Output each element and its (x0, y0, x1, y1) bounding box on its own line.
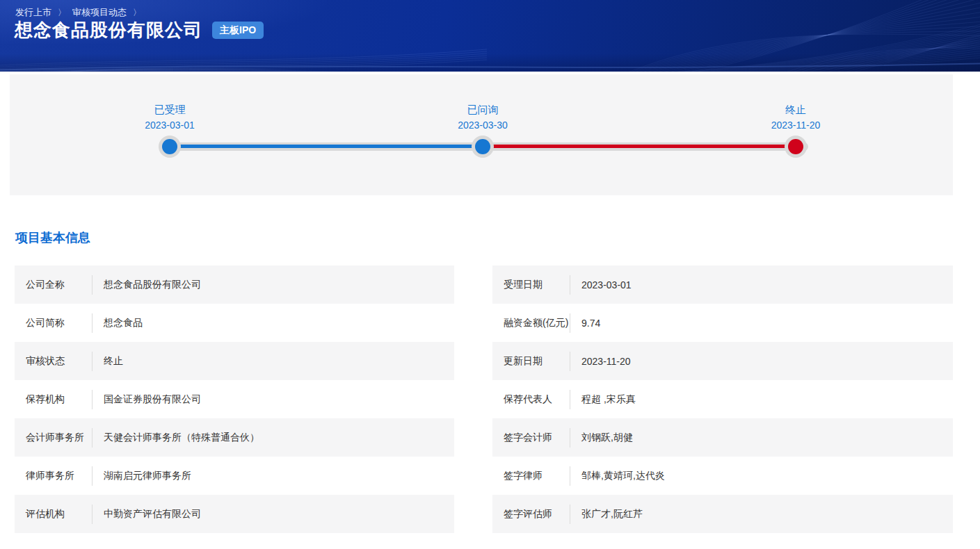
milestone-dot-terminated (788, 139, 803, 154)
info-row: 受理日期 2023-03-01 (492, 265, 953, 304)
info-row-value: 2023-03-01 (581, 279, 632, 290)
info-row-label: 签字会计师 (504, 432, 570, 444)
info-row-value: 邹棒,黄靖珂,达代炎 (581, 470, 665, 482)
divider (570, 466, 570, 486)
info-row-label: 审核状态 (26, 355, 92, 368)
breadcrumb: 发行上市 〉 审核项目动态 〉 (15, 6, 147, 19)
info-row-value: 天健会计师事务所（特殊普通合伙） (104, 432, 259, 444)
info-row-label: 会计师事务所 (26, 432, 92, 444)
info-row: 公司简称 想念食品 (15, 304, 454, 342)
divider (92, 313, 93, 333)
info-row-value: 2023-11-20 (581, 356, 631, 367)
milestone-label: 终止 (744, 104, 848, 117)
info-row-label: 保荐代表人 (504, 393, 570, 406)
info-row-label: 签字评估师 (504, 508, 570, 521)
divider (92, 466, 93, 486)
info-row-value: 国金证券股份有限公司 (104, 393, 201, 406)
milestone-label: 已受理 (118, 104, 222, 117)
divider (570, 428, 570, 448)
info-row: 签字律师 邹棒,黄靖珂,达代炎 (492, 457, 953, 495)
info-row-value: 张广才,阮红芹 (581, 508, 643, 521)
info-row-value: 想念食品股份有限公司 (104, 279, 201, 291)
info-row-value: 湖南启元律师事务所 (104, 470, 191, 482)
milestone-terminated: 终止 2023-11-20 (744, 104, 848, 131)
info-row-value: 中勤资产评估有限公司 (104, 508, 201, 521)
info-row: 融资金额(亿元) 9.74 (492, 304, 953, 342)
info-row: 律师事务所 湖南启元律师事务所 (15, 457, 454, 495)
timeline-segment-inquired-to-terminated (483, 145, 796, 148)
divider (92, 352, 93, 371)
info-row: 更新日期 2023-11-20 (492, 342, 953, 380)
section-title: 项目基本信息 (15, 229, 980, 246)
milestone-inquired: 已问询 2023-03-30 (431, 104, 535, 131)
divider (92, 390, 93, 409)
info-row: 签字会计师 刘钢跃,胡健 (492, 418, 953, 457)
breadcrumb-link-audit-dynamics[interactable]: 审核项目动态 (72, 6, 127, 19)
title-row: 想念食品股份有限公司 主板IPO (15, 20, 264, 40)
milestone-dot-accepted (162, 139, 177, 154)
milestone-accepted: 已受理 2023-03-01 (118, 104, 222, 131)
info-row-label: 保荐机构 (26, 393, 92, 406)
info-row-label: 更新日期 (504, 355, 570, 368)
info-column-right: 受理日期 2023-03-01 融资金额(亿元) 9.74 更新日期 2023-… (492, 265, 953, 533)
divider (92, 505, 93, 524)
divider (92, 275, 93, 295)
info-row: 评估机构 中勤资产评估有限公司 (15, 495, 454, 533)
milestone-dot-inquired (475, 139, 490, 154)
info-row-value: 刘钢跃,胡健 (581, 432, 633, 444)
project-info-table: 公司全称 想念食品股份有限公司 公司简称 想念食品 审核状态 终止 保荐机构 国… (15, 265, 980, 533)
milestone-date: 2023-03-01 (118, 120, 222, 131)
divider (570, 313, 570, 333)
timeline-segment-accepted-to-inquired (170, 145, 483, 148)
divider (570, 275, 570, 295)
info-row: 会计师事务所 天健会计师事务所（特殊普通合伙） (15, 418, 454, 457)
page-header: 发行上市 〉 审核项目动态 〉 想念食品股份有限公司 主板IPO (0, 0, 980, 72)
info-row-label: 公司简称 (26, 317, 92, 329)
info-row-label: 评估机构 (26, 508, 92, 521)
info-row: 保荐代表人 程超 ,宋乐真 (492, 380, 953, 418)
chevron-right-icon: 〉 (58, 7, 66, 19)
info-row: 签字评估师 张广才,阮红芹 (492, 495, 953, 533)
divider (92, 428, 93, 448)
info-row-label: 融资金额(亿元) (504, 317, 570, 329)
board-type-badge: 主板IPO (212, 22, 264, 39)
info-row-value: 程超 ,宋乐真 (581, 393, 636, 406)
info-row-value: 终止 (104, 355, 123, 368)
page-title: 想念食品股份有限公司 (15, 20, 202, 40)
milestone-date: 2023-11-20 (744, 120, 848, 131)
info-row-value: 9.74 (581, 318, 600, 329)
breadcrumb-link-issuance[interactable]: 发行上市 (15, 6, 51, 19)
milestone-label: 已问询 (431, 104, 535, 117)
info-column-left: 公司全称 想念食品股份有限公司 公司简称 想念食品 审核状态 终止 保荐机构 国… (15, 265, 454, 533)
info-row-label: 签字律师 (504, 470, 570, 482)
divider (570, 505, 570, 524)
info-row-label: 律师事务所 (26, 470, 92, 482)
chevron-right-icon: 〉 (133, 7, 141, 19)
info-row-label: 公司全称 (26, 279, 92, 291)
info-row-value: 想念食品 (104, 317, 143, 329)
divider (570, 352, 570, 371)
divider (570, 390, 570, 409)
info-row: 审核状态 终止 (15, 342, 454, 380)
info-row-label: 受理日期 (504, 279, 570, 291)
timeline-panel: 已受理 2023-03-01 已问询 2023-03-30 终止 2023-11… (10, 74, 953, 195)
info-row: 公司全称 想念食品股份有限公司 (15, 265, 454, 304)
milestone-date: 2023-03-30 (431, 120, 535, 131)
info-row: 保荐机构 国金证券股份有限公司 (15, 380, 454, 418)
